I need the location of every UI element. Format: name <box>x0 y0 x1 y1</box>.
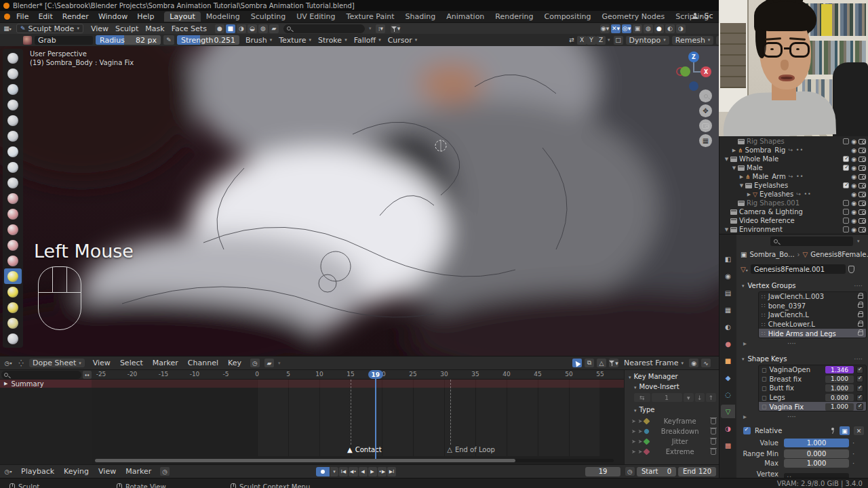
play-button[interactable]: ▶ <box>368 467 377 476</box>
frame-start-field[interactable]: Start0 <box>637 467 676 476</box>
channel-box-toggle[interactable]: ▰ <box>264 359 274 367</box>
outliner-item-sombra-rig[interactable]: ▶⋔Sombra_Rig↪ ••◉ <box>719 146 868 155</box>
chevron-down-icon[interactable]: ▾ <box>369 26 372 31</box>
proportional-icon[interactable]: ◉ <box>689 359 698 367</box>
shape-key-row[interactable]: ◻Vagina Fix1.000 <box>759 402 866 411</box>
disclosure-icon[interactable]: ▶ <box>731 148 737 153</box>
shape-key-mute-checkbox[interactable] <box>856 394 863 401</box>
unlock-icon[interactable] <box>858 295 863 299</box>
properties-tab-physics-icon[interactable]: ◌ <box>721 388 735 401</box>
trash-icon[interactable] <box>711 428 716 434</box>
eye-icon[interactable]: ◉ <box>851 182 856 189</box>
disclosure-icon[interactable]: ▶ <box>746 192 752 197</box>
vertex-group-row[interactable]: ∷Hide Arms and Legs <box>759 329 866 338</box>
collection-checkbox[interactable] <box>843 218 849 224</box>
unlock-icon[interactable] <box>858 304 863 308</box>
dope-menu-key[interactable]: Key <box>223 358 246 368</box>
scrollbar-thumb[interactable] <box>95 459 515 462</box>
wireframe-shading-toggle[interactable]: ◍ <box>644 24 653 33</box>
channel-search-input[interactable] <box>1 371 81 379</box>
key-type-jitter[interactable]: ➤➤Jitter <box>631 436 716 447</box>
breadcrumb-data[interactable]: Genesis8Female... <box>810 251 868 258</box>
dyntopo-dropdown[interactable]: Dyntopo <box>626 36 669 45</box>
collection-checkbox[interactable] <box>843 156 849 162</box>
menu-edit[interactable]: Edit <box>33 12 57 22</box>
eye-icon[interactable]: ◉ <box>851 147 856 154</box>
outliner-item-male[interactable]: ▼Male◉ <box>719 163 868 172</box>
brush-name-field[interactable]: Grab <box>35 36 93 45</box>
move-insert-header[interactable]: Move-Insert <box>634 383 716 390</box>
outliner-item-rig-shapes-001[interactable]: Rig Shapes.001◉ <box>719 199 868 207</box>
disclosure-icon[interactable]: ▶ <box>738 174 745 180</box>
trash-icon[interactable] <box>711 439 716 445</box>
3d-viewport[interactable]: User Perspective (19) Sombra_Body : Vagi… <box>0 46 719 356</box>
dope-menu-channel[interactable]: Channel <box>183 358 223 368</box>
type-header[interactable]: Type <box>634 406 716 413</box>
fake-user-shield-icon[interactable] <box>848 266 854 273</box>
dope-menu-marker[interactable]: Marker <box>148 358 183 368</box>
workspace-tab-uv-editing[interactable]: UV Editing <box>291 12 340 22</box>
move-insert-value[interactable]: 1 <box>652 393 682 402</box>
eye-icon[interactable]: ◉ <box>851 174 856 180</box>
outliner-item-rig-shapes[interactable]: Rig Shapes◉ <box>719 137 868 146</box>
header-search-input[interactable] <box>283 24 365 33</box>
camera-icon[interactable] <box>859 218 866 224</box>
camera-icon[interactable] <box>859 209 866 215</box>
rendered-shading-toggle[interactable]: ◑ <box>676 24 686 33</box>
outliner-item-video-reference[interactable]: Video Reference◉ <box>719 216 868 225</box>
timeline-menu-view[interactable]: View <box>94 466 121 476</box>
shape-key-value[interactable]: 1.000 <box>825 403 854 411</box>
properties-tab-material-icon[interactable]: ◑ <box>721 422 735 435</box>
expand-icon[interactable]: ▶ <box>4 381 7 386</box>
properties-tab-object-icon[interactable]: ■ <box>721 354 735 367</box>
menu-file[interactable]: File <box>12 12 33 22</box>
properties-tab-view-layer-icon[interactable]: ▦ <box>721 303 735 317</box>
camera-icon[interactable] <box>859 183 866 188</box>
key-type-breakdown[interactable]: ➤➤Breakdown <box>631 426 716 436</box>
chevron-down-icon[interactable]: ▾ <box>684 393 694 402</box>
mirror-z-button[interactable]: Z <box>596 36 606 45</box>
timeline-menu-marker[interactable]: Marker <box>121 466 156 476</box>
cursor-dropdown[interactable]: Cursor <box>384 36 421 45</box>
camera-icon[interactable] <box>859 201 866 206</box>
proportional-edit-toggle[interactable]: ◎▾ <box>622 24 631 33</box>
eye-icon[interactable]: ◉ <box>851 200 856 207</box>
sculpt-tool-elastic-deform[interactable] <box>4 284 22 300</box>
workspace-tab-geometry-nodes[interactable]: Geometry Nodes <box>596 12 670 22</box>
eye-icon[interactable]: ◉ <box>851 191 856 198</box>
shape-key-edit-mode-button[interactable]: ▣ <box>840 426 850 435</box>
shape-key-row[interactable]: ◻Butt fix1.000 <box>759 384 866 393</box>
properties-tab-output-icon[interactable]: ▤ <box>721 286 735 300</box>
outliner-item-whole-male[interactable]: ▼Whole Male◉ <box>719 155 868 163</box>
menu-help[interactable]: Help <box>132 12 159 22</box>
expand-icon[interactable]: ▸ <box>743 413 747 420</box>
properties-search-input[interactable] <box>770 237 853 246</box>
falloff-dropdown[interactable]: Falloff <box>351 36 384 45</box>
brush-dropdown[interactable]: Brush <box>242 36 275 45</box>
dope-sheet-mode-dropdown[interactable]: Dope Sheet <box>29 359 85 367</box>
strength-slider[interactable]: Strength0.251 <box>177 35 239 45</box>
workspace-tab-texture-paint[interactable]: Texture Paint <box>341 12 400 22</box>
gizmo-z-axis[interactable]: Z <box>688 52 699 62</box>
shape-keys-header[interactable]: Shape Keys ···· <box>736 355 868 363</box>
gizmo-minus-z[interactable] <box>689 81 698 91</box>
collection-checkbox[interactable] <box>843 209 849 215</box>
disclosure-icon[interactable]: ▼ <box>738 183 745 188</box>
outliner-item-environment[interactable]: ▼Environment◉ <box>719 225 868 234</box>
sculpt-tool-smooth[interactable] <box>4 190 22 206</box>
scene-selector[interactable]: ▾ Sc <box>692 12 713 20</box>
filter-funnel-button[interactable]: ▾ <box>391 24 400 33</box>
shading-box-toggle[interactable]: ▣ <box>633 24 642 33</box>
workspace-tab-modeling[interactable]: Modeling <box>201 12 245 22</box>
keying-set-dropdown[interactable]: ▾ <box>330 467 338 476</box>
blender-menu-icon[interactable] <box>4 14 10 20</box>
face-set-icon[interactable]: ◑ <box>237 24 246 33</box>
sculpt-tool-pose[interactable] <box>4 331 22 346</box>
collection-checkbox[interactable] <box>843 165 849 171</box>
mirror-y-button[interactable]: Y <box>587 36 596 45</box>
editor-type-button[interactable]: ◷▾ <box>3 467 13 476</box>
shape-key-value[interactable]: 1.000 <box>825 375 854 383</box>
pan-button[interactable]: ✥ <box>699 104 712 117</box>
value-slider[interactable]: 1.000 <box>784 439 849 447</box>
texture-dropdown[interactable]: Texture <box>275 36 315 45</box>
